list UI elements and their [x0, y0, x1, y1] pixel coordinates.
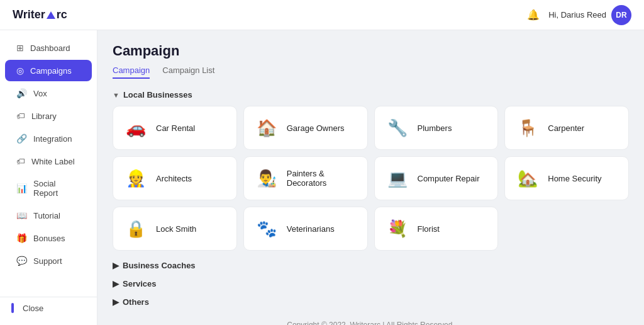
logo-triangle-icon	[47, 11, 55, 19]
sidebar-item-campaigns[interactable]: ◎ Campaigns	[5, 60, 92, 81]
chevron-down-icon: ▼	[113, 91, 119, 99]
sidebar-spacer	[0, 272, 97, 294]
category-card-architects[interactable]: 👷Architects	[113, 156, 237, 200]
app-body: ⊞ Dashboard ◎ Campaigns 🔊 Vox 🏷 Library …	[0, 30, 644, 325]
carpenter-label: Carpenter	[548, 123, 584, 133]
computer-repair-label: Computer Repair	[418, 174, 480, 183]
carpenter-icon: 🪑	[515, 115, 540, 140]
category-card-florist[interactable]: 💐Florist	[374, 207, 499, 251]
library-icon: 🏷	[16, 111, 25, 121]
business-coaches-header[interactable]: ▶ Business Coaches	[113, 258, 629, 273]
white-label-icon: 🏷	[16, 156, 25, 166]
plumbers-label: Plumbers	[418, 123, 452, 133]
footer-text: Copyright © 2022, Writerarc | All Rights…	[287, 321, 455, 325]
category-card-garage-owners[interactable]: 🏠Garage Owners	[243, 106, 368, 150]
local-businesses-label: Local Businesses	[123, 90, 192, 100]
category-card-computer-repair[interactable]: 💻Computer Repair	[374, 156, 499, 200]
lock-smith-icon: 🔒	[123, 216, 148, 241]
sidebar-item-social-report[interactable]: 📊 Social Report	[5, 173, 92, 203]
painters-decorators-label: Painters & Decorators	[287, 169, 357, 188]
category-card-carpenter[interactable]: 🪑Carpenter	[504, 106, 629, 150]
sidebar-item-label: Library	[31, 111, 57, 121]
tabs: Campaign Campaign List	[113, 66, 629, 79]
business-coaches-label: Business Coaches	[123, 261, 196, 270]
sidebar: ⊞ Dashboard ◎ Campaigns 🔊 Vox 🏷 Library …	[0, 30, 97, 325]
business-coaches-section: ▶ Business Coaches	[113, 258, 629, 273]
close-label: Close	[23, 304, 43, 313]
chevron-right-icon: ▶	[113, 279, 119, 288]
logo: Writerrc	[13, 8, 67, 21]
architects-label: Architects	[156, 174, 192, 183]
top-nav: Writerrc 🔔 Hi, Darius Reed DR	[0, 0, 644, 30]
close-button[interactable]: Close	[0, 297, 97, 319]
integration-icon: 🔗	[16, 134, 27, 144]
services-section: ▶ Services	[113, 277, 629, 291]
sidebar-item-library[interactable]: 🏷 Library	[5, 105, 92, 127]
services-header[interactable]: ▶ Services	[113, 277, 629, 291]
user-greeting: Hi, Darius Reed	[548, 10, 606, 20]
nav-right: 🔔 Hi, Darius Reed DR	[527, 5, 631, 25]
lock-smith-label: Lock Smith	[156, 224, 196, 234]
services-label: Services	[123, 279, 157, 288]
tab-campaign[interactable]: Campaign	[113, 66, 150, 79]
bonuses-icon: 🎁	[16, 233, 27, 243]
category-card-painters-decorators[interactable]: 👨‍🎨Painters & Decorators	[243, 156, 368, 200]
category-grid: 🚗Car Rental🏠Garage Owners🔧Plumbers🪑Carpe…	[113, 106, 629, 251]
close-bar-icon	[11, 303, 14, 313]
car-rental-icon: 🚗	[123, 115, 148, 140]
chevron-right-icon: ▶	[113, 261, 119, 270]
tutorial-icon: 📖	[16, 210, 27, 220]
support-icon: 💬	[16, 256, 27, 266]
computer-repair-icon: 💻	[385, 166, 410, 191]
home-security-label: Home Security	[548, 174, 601, 183]
dashboard-icon: ⊞	[16, 43, 24, 53]
sidebar-item-label: Bonuses	[33, 234, 65, 243]
others-section: ▶ Others	[113, 295, 629, 309]
category-card-car-rental[interactable]: 🚗Car Rental	[113, 106, 237, 150]
user-info: Hi, Darius Reed DR	[548, 5, 631, 25]
plumbers-icon: 🔧	[385, 115, 410, 140]
sidebar-item-label: Vox	[33, 89, 47, 98]
main-content: Campaign Campaign Campaign List ▼ Local …	[97, 30, 644, 325]
veterinarians-icon: 🐾	[254, 216, 279, 241]
sidebar-item-label: Integration	[33, 134, 72, 144]
page-title: Campaign	[113, 43, 629, 59]
sidebar-item-vox[interactable]: 🔊 Vox	[5, 83, 92, 104]
sidebar-item-white-label[interactable]: 🏷 White Label	[5, 151, 92, 172]
architects-icon: 👷	[123, 166, 148, 191]
local-businesses-header[interactable]: ▼ Local Businesses	[113, 90, 629, 100]
category-card-lock-smith[interactable]: 🔒Lock Smith	[113, 207, 237, 251]
florist-icon: 💐	[385, 216, 410, 241]
car-rental-label: Car Rental	[156, 123, 195, 133]
veterinarians-label: Veterinarians	[287, 224, 335, 234]
home-security-icon: 🏡	[515, 166, 540, 191]
vox-icon: 🔊	[16, 88, 27, 98]
campaigns-icon: ◎	[16, 66, 24, 76]
sidebar-item-label: Campaigns	[30, 66, 72, 76]
social-report-icon: 📊	[16, 183, 27, 193]
sidebar-item-label: Dashboard	[30, 43, 70, 53]
sidebar-item-label: Support	[33, 256, 62, 266]
garage-owners-icon: 🏠	[254, 115, 279, 140]
sidebar-item-label: Social Report	[33, 179, 80, 198]
category-card-veterinarians[interactable]: 🐾Veterinarians	[243, 207, 368, 251]
garage-owners-label: Garage Owners	[287, 123, 345, 133]
sidebar-item-tutorial[interactable]: 📖 Tutorial	[5, 205, 92, 226]
footer: Copyright © 2022, Writerarc | All Rights…	[113, 313, 629, 325]
sidebar-item-bonuses[interactable]: 🎁 Bonuses	[5, 227, 92, 249]
tab-campaign-list[interactable]: Campaign List	[162, 66, 214, 79]
sidebar-item-support[interactable]: 💬 Support	[5, 250, 92, 271]
florist-label: Florist	[418, 224, 440, 234]
painters-decorators-icon: 👨‍🎨	[254, 166, 279, 191]
avatar: DR	[611, 5, 631, 25]
sidebar-item-label: White Label	[31, 157, 75, 166]
bell-icon[interactable]: 🔔	[527, 9, 540, 21]
category-card-plumbers[interactable]: 🔧Plumbers	[374, 106, 499, 150]
chevron-right-icon: ▶	[113, 297, 119, 307]
others-label: Others	[123, 297, 149, 307]
category-card-home-security[interactable]: 🏡Home Security	[504, 156, 629, 200]
sidebar-item-integration[interactable]: 🔗 Integration	[5, 128, 92, 149]
sidebar-item-dashboard[interactable]: ⊞ Dashboard	[5, 37, 92, 59]
others-header[interactable]: ▶ Others	[113, 295, 629, 309]
sidebar-item-label: Tutorial	[33, 211, 60, 220]
